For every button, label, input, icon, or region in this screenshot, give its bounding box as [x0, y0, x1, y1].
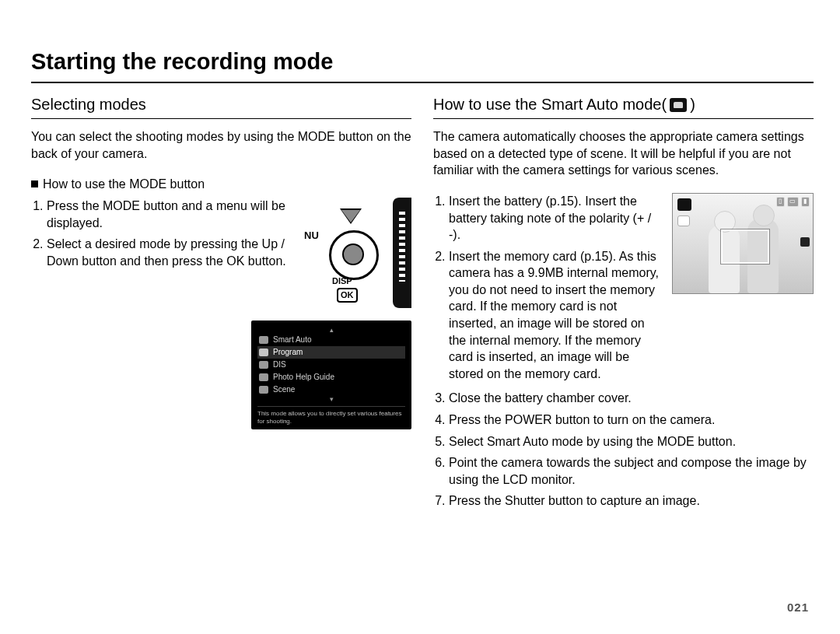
list-item: Insert the memory card (p.15). As this c…	[449, 248, 661, 383]
smart-auto-mode-icon	[670, 98, 687, 112]
menu-item-label: DIS	[273, 359, 286, 370]
menu-row: DIS	[257, 359, 405, 371]
menu-item-label: Photo Help Guide	[273, 372, 334, 383]
left-steps-container: Press the MODE button and a menu will be…	[31, 198, 295, 277]
subject-head	[753, 205, 775, 226]
smart-auto-steps-3-7: Close the battery chamber cover. Press t…	[433, 390, 814, 510]
menu-row: Scene	[257, 384, 405, 396]
right-top-row: Insert the battery (p.15). Insert the ba…	[433, 193, 814, 391]
battery-icon: ▯	[776, 197, 785, 207]
side-indicator-icon	[800, 237, 810, 247]
lcd-preview-illustration: ▯▭▮	[672, 193, 814, 294]
scene-icon	[259, 386, 268, 394]
camera-grip-edge	[393, 198, 411, 308]
camera-sketch: NU DISP OK	[303, 198, 411, 308]
list-item: Insert the battery (p.15). Insert the ba…	[449, 193, 661, 243]
right-steps-initial: Insert the battery (p.15). Insert the ba…	[433, 193, 661, 391]
heading-suffix: )	[690, 94, 695, 115]
overlay-status-icons: ▯▭▮	[776, 197, 810, 207]
section-heading-text: Selecting modes	[31, 94, 146, 115]
status-indicator-icon	[677, 215, 690, 226]
menu-label-fragment: NU	[304, 229, 319, 243]
program-icon	[259, 349, 268, 356]
chevron-down-icon: ▾	[257, 396, 405, 403]
photo-help-icon	[259, 373, 268, 381]
menu-hint-text: This mode allows you to directly set var…	[257, 406, 405, 425]
left-column: Selecting modes You can select the shoot…	[31, 94, 411, 517]
menu-row: Smart Auto	[257, 334, 405, 346]
disp-label: DISP	[332, 275, 352, 287]
list-item: Press the POWER button to turn on the ca…	[449, 412, 814, 429]
sub-heading-mode-button: How to use the MODE button	[31, 176, 411, 193]
section-heading-selecting-modes: Selecting modes	[31, 94, 411, 115]
chevron-up-icon: ▴	[257, 327, 405, 334]
focus-frame-icon	[721, 229, 769, 264]
sub-heading-text: How to use the MODE button	[43, 177, 205, 191]
card-icon: ▭	[787, 197, 799, 207]
list-item: Select a desired mode by pressing the Up…	[47, 236, 295, 269]
mode-indicator-icon	[677, 198, 691, 211]
menu-item-label: Program	[273, 347, 303, 358]
smart-auto-steps-1-2a: Insert the battery (p.15). Insert the ba…	[433, 193, 661, 383]
list-item: Close the battery chamber cover.	[449, 390, 814, 407]
section-rule-right	[433, 118, 814, 119]
list-item: Press the Shutter button to capture an i…	[449, 492, 814, 510]
dis-icon	[259, 361, 268, 369]
two-column-layout: Selecting modes You can select the shoot…	[31, 94, 814, 517]
heading-prefix: How to use the Smart Auto mode(	[433, 94, 667, 115]
title-rule	[31, 82, 814, 83]
section-rule-left	[31, 118, 411, 119]
menu-row-selected: Program	[257, 346, 405, 359]
page-title: Starting the recording mode	[31, 47, 814, 77]
down-arrow-icon	[340, 208, 362, 224]
square-bullet-icon	[31, 180, 38, 187]
menu-item-label: Scene	[273, 384, 295, 395]
battery-level-icon: ▮	[801, 197, 810, 207]
mode-button-steps: Press the MODE button and a menu will be…	[31, 198, 295, 269]
left-body-row: Press the MODE button and a menu will be…	[31, 198, 411, 308]
ok-label: OK	[337, 288, 358, 303]
list-item: Point the camera towards the subject and…	[449, 454, 814, 488]
section-heading-smart-auto: How to use the Smart Auto mode( )	[433, 94, 814, 115]
control-wheel-icon	[329, 230, 379, 280]
camera-back-illustration: NU DISP OK	[303, 198, 411, 308]
smart-auto-icon	[259, 336, 268, 344]
menu-row: Photo Help Guide	[257, 371, 405, 384]
left-intro-text: You can select the shooting modes by usi…	[31, 128, 411, 162]
manual-page: Starting the recording mode Selecting mo…	[0, 0, 840, 634]
right-intro-text: The camera automatically chooses the app…	[433, 128, 814, 179]
list-item: Select Smart Auto mode by using the MODE…	[449, 433, 814, 450]
right-column: How to use the Smart Auto mode( ) The ca…	[433, 94, 814, 517]
page-number: 021	[787, 600, 809, 615]
list-item: Press the MODE button and a menu will be…	[47, 198, 295, 231]
menu-item-label: Smart Auto	[273, 335, 311, 345]
lcd-menu-screenshot: ▴ Smart Auto Program DIS Photo Help Guid…	[251, 321, 411, 429]
